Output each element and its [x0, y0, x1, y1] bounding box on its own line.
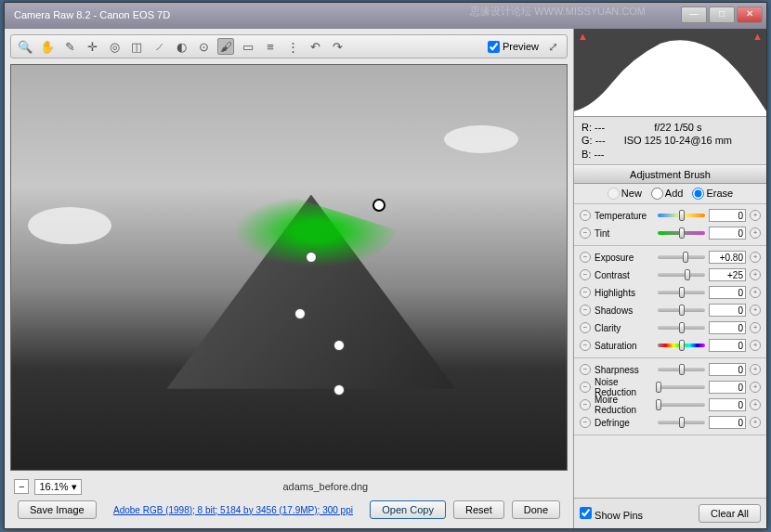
slider-label: Clarity [595, 323, 654, 333]
slider-value[interactable] [709, 251, 746, 264]
slider-highlights: −Highlights+ [574, 284, 766, 302]
done-button[interactable]: Done [512, 500, 560, 519]
slider-track[interactable] [658, 398, 705, 411]
slider-moire-reduction: −Moire Reduction+ [574, 396, 766, 414]
plus-icon[interactable]: + [750, 287, 761, 298]
rotate-ccw-icon[interactable]: ↶ [307, 38, 323, 55]
minus-icon[interactable]: − [580, 399, 591, 410]
white-balance-icon[interactable]: ✎ [61, 38, 78, 55]
minus-icon[interactable]: − [580, 227, 591, 239]
slider-label: Contrast [595, 270, 654, 280]
mode-new[interactable]: New [608, 188, 642, 200]
plus-icon[interactable]: + [750, 227, 761, 239]
mode-erase[interactable]: Erase [692, 188, 733, 200]
close-button[interactable]: ✕ [737, 6, 763, 23]
toolbar: 🔍 ✋ ✎ ✛ ◎ ◫ ⟋ ◐ ⊙ 🖌 ▭ ≡ ⋮ ↶ ↷ Preview ⤢ [10, 34, 568, 58]
minus-icon[interactable]: − [580, 322, 591, 333]
minus-icon[interactable]: − [580, 252, 591, 263]
slider-track[interactable] [658, 209, 705, 222]
zoom-out-button[interactable]: − [14, 479, 29, 494]
redeye-icon[interactable]: ⊙ [195, 38, 212, 55]
save-image-button[interactable]: Save Image [18, 500, 97, 519]
highlight-clip-icon[interactable]: ▲ [752, 31, 763, 42]
filename-label: adams_before.dng [87, 481, 564, 492]
adjustment-pin[interactable] [306, 252, 317, 263]
adjustment-pin[interactable] [294, 308, 306, 319]
prefs-icon[interactable]: ⋮ [284, 38, 301, 55]
plus-icon[interactable]: + [750, 417, 761, 428]
slider-value[interactable] [709, 416, 746, 429]
mode-add[interactable]: Add [651, 188, 684, 200]
plus-icon[interactable]: + [750, 340, 761, 351]
slider-track[interactable] [658, 268, 705, 281]
plus-icon[interactable]: + [750, 269, 761, 280]
slider-track[interactable] [658, 286, 705, 299]
minus-icon[interactable]: − [580, 210, 591, 221]
slider-value[interactable] [709, 268, 746, 281]
slider-track[interactable] [658, 363, 705, 376]
camera-raw-window: Camera Raw 8.2 - Canon EOS 7D 思缘设计论坛 WWW… [4, 2, 767, 529]
zoom-tool-icon[interactable]: 🔍 [17, 38, 33, 55]
shadow-clip-icon[interactable]: ▲ [578, 31, 588, 42]
spot-removal-icon[interactable]: ◐ [173, 38, 189, 55]
zoom-level[interactable]: 16.1% ▾ [34, 479, 81, 495]
fullscreen-icon[interactable]: ⤢ [544, 38, 561, 55]
minus-icon[interactable]: − [580, 364, 591, 375]
workflow-link[interactable]: Adobe RGB (1998); 8 bit; 5184 by 3456 (1… [104, 505, 363, 515]
slider-track[interactable] [658, 381, 705, 394]
reset-button[interactable]: Reset [453, 500, 504, 519]
slider-track[interactable] [658, 227, 705, 240]
slider-value[interactable] [709, 209, 746, 222]
straighten-icon[interactable]: ⟋ [150, 38, 167, 55]
slider-track[interactable] [658, 321, 705, 334]
adjustment-brush-icon[interactable]: 🖌 [217, 38, 234, 55]
slider-label: Temperature [595, 211, 654, 221]
maximize-button[interactable]: □ [709, 6, 735, 23]
plus-icon[interactable]: + [750, 210, 761, 221]
graduated-filter-icon[interactable]: ▭ [240, 38, 256, 55]
slider-value[interactable] [709, 227, 746, 240]
slider-tint: −Tint+ [574, 225, 766, 242]
plus-icon[interactable]: + [750, 322, 761, 333]
preview-checkbox[interactable]: Preview [488, 41, 539, 53]
minus-icon[interactable]: − [580, 417, 591, 428]
color-sampler-icon[interactable]: ✛ [84, 38, 100, 55]
plus-icon[interactable]: + [750, 382, 761, 393]
minus-icon[interactable]: − [580, 340, 591, 351]
slider-value[interactable] [709, 286, 746, 299]
slider-value[interactable] [709, 381, 746, 394]
brush-mode-bar: New Add Erase [574, 184, 766, 204]
plus-icon[interactable]: + [750, 399, 761, 410]
slider-contrast: −Contrast+ [574, 266, 766, 284]
plus-icon[interactable]: + [750, 305, 761, 316]
rotate-cw-icon[interactable]: ↷ [329, 38, 346, 55]
slider-value[interactable] [709, 321, 746, 334]
image-canvas[interactable] [10, 64, 568, 471]
hand-tool-icon[interactable]: ✋ [39, 38, 56, 55]
minus-icon[interactable]: − [580, 305, 591, 316]
minimize-button[interactable]: — [681, 6, 707, 23]
slider-track[interactable] [658, 416, 705, 429]
slider-clarity: −Clarity+ [574, 319, 766, 337]
clear-all-button[interactable]: Clear All [699, 504, 761, 523]
plus-icon[interactable]: + [750, 364, 761, 375]
minus-icon[interactable]: − [580, 269, 591, 280]
slider-value[interactable] [709, 304, 746, 317]
show-pins-checkbox[interactable]: Show Pins [580, 507, 643, 521]
slider-track[interactable] [658, 251, 705, 264]
minus-icon[interactable]: − [580, 287, 591, 298]
slider-value[interactable] [709, 398, 746, 411]
radial-filter-icon[interactable]: ≡ [262, 38, 279, 55]
slider-noise-reduction: −Noise Reduction+ [574, 379, 766, 396]
target-adjust-icon[interactable]: ◎ [106, 38, 123, 55]
slider-value[interactable] [709, 339, 746, 352]
titlebar: Camera Raw 8.2 - Canon EOS 7D 思缘设计论坛 WWW… [5, 3, 766, 29]
slider-track[interactable] [658, 339, 705, 352]
minus-icon[interactable]: − [580, 382, 591, 393]
adjustment-pin[interactable] [372, 199, 386, 212]
slider-value[interactable] [709, 363, 746, 376]
crop-tool-icon[interactable]: ◫ [128, 38, 145, 55]
plus-icon[interactable]: + [750, 252, 761, 263]
open-copy-button[interactable]: Open Copy [370, 500, 446, 519]
slider-track[interactable] [658, 304, 705, 317]
